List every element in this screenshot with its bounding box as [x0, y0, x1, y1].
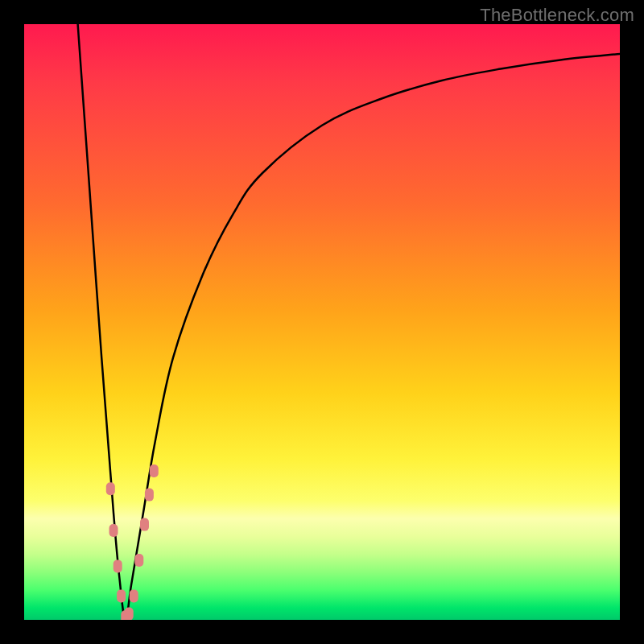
marker-dot — [140, 518, 149, 531]
marker-dot — [109, 524, 118, 537]
marker-dot — [125, 608, 134, 620]
marker-dot — [106, 482, 115, 495]
marker-dot — [117, 589, 126, 602]
bottleneck-curve-path — [78, 24, 620, 620]
marker-dot — [130, 589, 138, 602]
curve-layer — [24, 24, 620, 620]
marker-dot — [134, 554, 143, 567]
watermark-text: TheBottleneck.com — [480, 5, 634, 26]
marker-dot — [145, 489, 154, 502]
plot-area — [24, 24, 620, 620]
marker-dot — [114, 559, 122, 572]
marker-dot — [150, 464, 159, 477]
chart-frame: TheBottleneck.com — [0, 0, 644, 644]
marker-group — [106, 464, 159, 620]
